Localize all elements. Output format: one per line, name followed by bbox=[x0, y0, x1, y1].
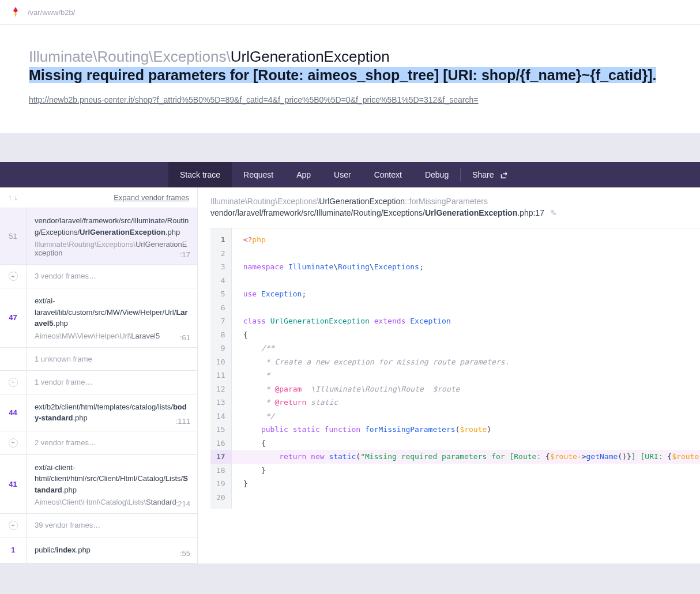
line-number: 4 bbox=[210, 274, 231, 288]
code-line: { bbox=[232, 328, 700, 342]
tab-stack-trace[interactable]: Stack trace bbox=[168, 162, 232, 187]
code-line bbox=[232, 301, 700, 315]
tab-user[interactable]: User bbox=[322, 162, 363, 187]
frame-file-path: ext/ai-client-html/client/html/src/Clien… bbox=[35, 462, 189, 496]
stack-frame[interactable]: 41ext/ai-client-html/client/html/src/Cli… bbox=[0, 455, 197, 514]
line-number: 2 bbox=[210, 247, 231, 261]
line-number: 5 bbox=[210, 287, 231, 301]
frame-line-number: :111 bbox=[176, 417, 190, 426]
project-path: /var/www/b2b/ bbox=[28, 8, 75, 17]
frame-number: 41 bbox=[9, 480, 17, 488]
code-line: class UrlGenerationException extends Exc… bbox=[232, 314, 700, 328]
expand-frame-icon[interactable]: + bbox=[9, 438, 18, 448]
expand-frame-icon[interactable]: + bbox=[9, 378, 18, 387]
stack-frame[interactable]: +1 vendor frame… bbox=[0, 371, 197, 394]
tab-app[interactable]: App bbox=[285, 162, 322, 187]
code-line: public static function forMissingParamet… bbox=[232, 423, 700, 437]
code-line: */ bbox=[232, 409, 700, 423]
stack-frame[interactable]: 44ext/b2b/client/html/templates/catalog/… bbox=[0, 394, 197, 431]
code-line: * Create a new exception for missing rou… bbox=[232, 355, 700, 369]
code-file-path: vendor/laravel/framework/src/Illuminate/… bbox=[210, 208, 700, 217]
flare-logo bbox=[12, 7, 20, 17]
frame-class-name: Aimeos\MW\View\Helper\Url\Laravel5 bbox=[35, 332, 189, 340]
code-line bbox=[232, 274, 700, 288]
stack-frame[interactable]: +39 vendor frames… bbox=[0, 514, 197, 537]
exception-header: Illuminate\Routing\Exceptions\UrlGenerat… bbox=[0, 25, 700, 133]
line-number: 7 bbox=[210, 314, 231, 328]
code-line: return new static("Missing required para… bbox=[232, 450, 700, 464]
collapsed-label: 2 vendor frames… bbox=[27, 431, 104, 454]
code-line: namespace Illuminate\Routing\Exceptions; bbox=[232, 260, 700, 274]
main-content: ↑ ↓ Expand vendor frames 51vendor/larave… bbox=[0, 187, 700, 563]
request-url[interactable]: http://newb2b.pneus-center.it/shop?f_att… bbox=[29, 95, 671, 104]
arrow-down-icon[interactable]: ↓ bbox=[14, 193, 18, 202]
frame-number: 1 bbox=[11, 546, 15, 554]
line-numbers: 1234567891011121314151617181920 bbox=[210, 228, 232, 509]
code-line: * bbox=[232, 369, 700, 382]
share-button[interactable]: Share bbox=[461, 170, 519, 179]
share-label: Share bbox=[472, 170, 494, 179]
stack-frame[interactable]: 51vendor/laravel/framework/src/Illuminat… bbox=[0, 208, 197, 265]
stack-frame[interactable]: +2 vendor frames… bbox=[0, 431, 197, 455]
frames-sidebar: ↑ ↓ Expand vendor frames 51vendor/larave… bbox=[0, 187, 198, 563]
line-number: 3 bbox=[210, 260, 231, 274]
line-number: 11 bbox=[210, 369, 231, 382]
exception-message: Missing required parameters for [Route: … bbox=[29, 67, 671, 84]
code-container: 1234567891011121314151617181920 <?php na… bbox=[210, 228, 700, 509]
collapsed-label: 1 unknown frame bbox=[27, 348, 100, 370]
code-class-path: Illuminate\Routing\Exceptions\UrlGenerat… bbox=[210, 197, 700, 206]
tab-debug[interactable]: Debug bbox=[413, 162, 460, 187]
code-pane: Illuminate\Routing\Exceptions\UrlGenerat… bbox=[198, 187, 700, 563]
code-body: <?php namespace Illuminate\Routing\Excep… bbox=[232, 228, 700, 509]
line-number: 9 bbox=[210, 341, 231, 355]
code-line: } bbox=[232, 464, 700, 478]
stack-frame[interactable]: 1public/index.php:55 bbox=[0, 537, 197, 563]
stack-frame[interactable]: 47ext/ai-laravel/lib/custom/src/MW/View/… bbox=[0, 288, 197, 348]
line-number: 16 bbox=[210, 437, 231, 450]
frame-nav-arrows[interactable]: ↑ ↓ bbox=[8, 193, 18, 202]
code-line: <?php bbox=[232, 233, 700, 247]
code-line: { bbox=[232, 437, 700, 450]
frame-number: 44 bbox=[9, 408, 17, 417]
line-number: 15 bbox=[210, 423, 231, 437]
frame-number: 51 bbox=[9, 232, 17, 240]
edit-icon[interactable]: ✎ bbox=[550, 208, 557, 217]
frame-line-number: :61 bbox=[180, 333, 190, 342]
stack-frame[interactable]: 1 unknown frame bbox=[0, 348, 197, 371]
code-line: * @param \Illuminate\Routing\Route $rout… bbox=[232, 382, 700, 396]
code-line bbox=[232, 247, 700, 261]
arrow-up-icon[interactable]: ↑ bbox=[8, 193, 12, 202]
exception-namespace: Illuminate\Routing\Exceptions\ bbox=[29, 48, 231, 65]
tab-context[interactable]: Context bbox=[363, 162, 413, 187]
expand-frame-icon[interactable]: + bbox=[9, 272, 18, 281]
line-number: 18 bbox=[210, 464, 231, 478]
code-line: } bbox=[232, 477, 700, 491]
frame-file-path: vendor/laravel/framework/src/Illuminate/… bbox=[35, 215, 189, 238]
sidebar-controls: ↑ ↓ Expand vendor frames bbox=[0, 187, 197, 208]
code-line: /** bbox=[232, 341, 700, 355]
topbar: /var/www/b2b/ bbox=[0, 0, 700, 25]
line-number: 17 bbox=[210, 450, 231, 464]
collapsed-label: 39 vendor frames… bbox=[27, 514, 108, 537]
frame-file-path: ext/ai-laravel/lib/custom/src/MW/View/He… bbox=[35, 295, 189, 329]
expand-vendor-frames[interactable]: Expand vendor frames bbox=[114, 193, 189, 202]
line-number: 13 bbox=[210, 396, 231, 409]
line-number: 8 bbox=[210, 328, 231, 342]
frame-line-number: :214 bbox=[176, 499, 190, 508]
line-number: 19 bbox=[210, 477, 231, 491]
collapsed-label: 1 vendor frame… bbox=[27, 371, 100, 394]
tab-request[interactable]: Request bbox=[232, 162, 285, 187]
exception-title: Illuminate\Routing\Exceptions\UrlGenerat… bbox=[29, 48, 671, 66]
expand-frame-icon[interactable]: + bbox=[9, 521, 18, 530]
share-icon bbox=[500, 171, 508, 179]
frame-file-path: ext/b2b/client/html/templates/catalog/li… bbox=[35, 401, 189, 424]
stack-frame[interactable]: +3 vendor frames… bbox=[0, 265, 197, 288]
code-line: use Exception; bbox=[232, 287, 700, 301]
line-number: 1 bbox=[210, 233, 231, 247]
frame-number: 47 bbox=[9, 313, 17, 322]
frame-line-number: :17 bbox=[180, 250, 190, 259]
frame-class-name: Illuminate\Routing\Exceptions\UrlGenerat… bbox=[35, 240, 189, 257]
line-number: 10 bbox=[210, 355, 231, 369]
line-number: 12 bbox=[210, 382, 231, 396]
frame-file-path: public/index.php bbox=[35, 544, 189, 556]
